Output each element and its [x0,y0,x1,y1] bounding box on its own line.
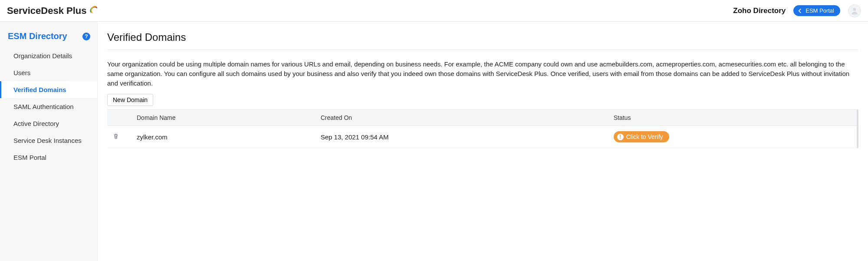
zoho-directory-label[interactable]: Zoho Directory [733,7,786,15]
domains-table: Domain Name Created On Status zylker.com… [107,109,858,148]
table-row: zylker.com Sep 13, 2021 09:54 AM ! Click… [107,126,858,148]
page-description: Your organization could be using multipl… [107,59,858,88]
app-name: ServiceDesk Plus [7,5,86,17]
sidebar-item-saml-authentication[interactable]: SAML Authentication [0,98,97,115]
cell-domain: zylker.com [132,126,316,148]
cell-created: Sep 13, 2021 09:54 AM [316,126,608,148]
table-header-domain: Domain Name [132,110,316,126]
svg-point-0 [853,8,856,11]
new-domain-button[interactable]: New Domain [107,94,153,106]
verify-button-label: Click to Verify [626,133,663,140]
topbar: ServiceDesk Plus Zoho Directory ESM Port… [0,0,868,22]
topbar-right: Zoho Directory ESM Portal [733,4,861,17]
sidebar-item-service-desk-instances[interactable]: Service Desk Instances [0,132,97,149]
table-header-status: Status [608,110,858,126]
main-content: Verified Domains Your organization could… [98,22,868,261]
sidebar-item-esm-portal[interactable]: ESM Portal [0,149,97,166]
sidebar-title: ESM Directory [8,31,67,41]
sidebar-item-organization-details[interactable]: Organization Details [0,47,97,64]
sidebar-item-verified-domains[interactable]: Verified Domains [0,81,97,98]
app-logo[interactable]: ServiceDesk Plus [7,5,99,17]
chevron-left-icon [797,8,803,14]
person-icon [850,7,859,15]
click-to-verify-button[interactable]: ! Click to Verify [614,131,669,142]
alert-icon: ! [617,134,624,140]
esm-portal-button[interactable]: ESM Portal [793,5,840,16]
sidebar-item-active-directory[interactable]: Active Directory [0,115,97,132]
table-header-row: Domain Name Created On Status [107,110,858,126]
table-header-actions [107,110,132,126]
sidebar-nav: Organization Details Users Verified Doma… [0,47,97,166]
sidebar: ESM Directory ? Organization Details Use… [0,22,98,261]
sidebar-item-users[interactable]: Users [0,64,97,81]
esm-portal-button-label: ESM Portal [806,7,834,14]
page-title: Verified Domains [107,31,858,50]
avatar[interactable] [848,4,861,17]
logo-arc-icon [89,5,99,17]
trash-icon[interactable] [112,132,119,140]
help-icon[interactable]: ? [82,33,90,40]
table-header-created: Created On [316,110,608,126]
